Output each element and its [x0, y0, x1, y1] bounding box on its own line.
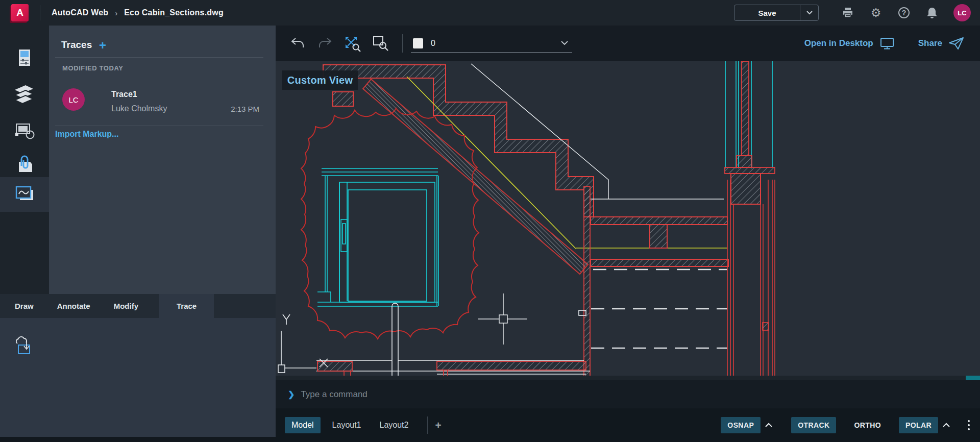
- tab-modify[interactable]: Modify: [102, 294, 150, 318]
- share-button[interactable]: Share: [918, 36, 965, 51]
- bell-icon[interactable]: [925, 6, 939, 19]
- ribbon-tool-area: [0, 318, 276, 437]
- add-trace-button[interactable]: +: [99, 38, 106, 53]
- canvas-scrollbar[interactable]: [276, 376, 980, 380]
- divider: [427, 416, 428, 434]
- blocks-icon[interactable]: [0, 114, 49, 148]
- undo-icon[interactable]: [289, 35, 306, 52]
- trace-author: Luke Cholmsky: [111, 104, 167, 113]
- left-icon-rail: [0, 26, 49, 294]
- divider: [55, 126, 263, 126]
- autocad-logo-icon[interactable]: A: [11, 4, 29, 21]
- user-avatar[interactable]: LC: [953, 4, 971, 21]
- desktop-monitor-icon: [879, 37, 895, 50]
- polar-flyout-button[interactable]: [942, 423, 950, 428]
- tab-model[interactable]: Model: [285, 417, 321, 433]
- layer-color-swatch: [413, 38, 423, 48]
- markup-import-icon: [13, 336, 36, 357]
- layer-value: 0: [431, 39, 561, 48]
- toggle-otrack[interactable]: OTRACK: [791, 417, 836, 433]
- view-name-badge[interactable]: Custom View: [282, 70, 358, 90]
- paper-plane-icon: [948, 36, 965, 51]
- right-wall: [725, 61, 775, 378]
- landing-structure: [579, 186, 728, 378]
- chevron-up-icon: [942, 423, 950, 428]
- ribbon-tab-bar: Draw Annotate Modify Trace: [0, 294, 276, 318]
- layer-dropdown[interactable]: 0: [411, 34, 572, 53]
- save-button[interactable]: Save: [734, 5, 800, 20]
- command-input[interactable]: Type a command: [301, 389, 367, 400]
- chevron-down-icon: [561, 41, 568, 45]
- traces-icon[interactable]: [0, 177, 49, 212]
- command-bar[interactable]: ❯ Type a command: [276, 380, 980, 408]
- attachments-icon[interactable]: [0, 148, 49, 181]
- divider: [55, 57, 263, 58]
- zoom-window-icon[interactable]: [372, 35, 389, 52]
- revision-cloud[interactable]: [301, 108, 479, 339]
- divider: [40, 5, 40, 20]
- tab-annotate[interactable]: Annotate: [45, 294, 102, 318]
- traces-panel: Traces + MODIFIED TODAY LC Trace1 Luke C…: [49, 26, 276, 294]
- panel-bottom-strip: [0, 437, 276, 442]
- tab-layout2[interactable]: Layout2: [373, 417, 415, 433]
- tab-draw[interactable]: Draw: [3, 294, 45, 318]
- breadcrumb-app[interactable]: AutoCAD Web: [52, 8, 108, 17]
- dwg-drawing: [276, 61, 980, 380]
- trace-avatar: LC: [62, 88, 85, 111]
- section-label: MODIFIED TODAY: [62, 64, 124, 72]
- breadcrumb-filename: Eco Cabin_Sections.dwg: [124, 8, 224, 17]
- toggle-ortho[interactable]: ORTHO: [847, 417, 888, 433]
- chevron-down-icon: [806, 11, 813, 15]
- chevron-up-icon: [765, 423, 773, 428]
- handrail-lines: [471, 64, 724, 199]
- crosshair-cursor: [478, 293, 527, 345]
- toggle-polar[interactable]: POLAR: [899, 417, 938, 433]
- breadcrumb-separator-icon: ›: [115, 9, 117, 17]
- import-markup-tool-button[interactable]: [13, 336, 36, 357]
- gear-icon[interactable]: ⚙: [869, 6, 883, 19]
- command-prompt-icon: ❯: [288, 389, 295, 399]
- drawing-canvas[interactable]: Custom View: [276, 61, 980, 380]
- door-frame: [317, 168, 438, 306]
- import-markup-link[interactable]: Import Markup...: [55, 130, 118, 139]
- print-icon[interactable]: [841, 6, 854, 19]
- status-overflow-menu[interactable]: [968, 420, 970, 430]
- trace-time: 2:13 PM: [231, 105, 259, 113]
- status-toggles: OSNAP OTRACK ORTHO POLAR: [721, 417, 970, 433]
- hidden-dashed-lines: [591, 269, 727, 348]
- add-layout-button[interactable]: +: [435, 419, 441, 431]
- layers-icon[interactable]: [0, 78, 49, 111]
- properties-icon[interactable]: [0, 41, 49, 75]
- save-dropdown-button[interactable]: [800, 5, 818, 20]
- divider: [402, 34, 403, 53]
- tab-trace[interactable]: Trace: [159, 294, 214, 318]
- trace-name: Trace1: [111, 90, 137, 99]
- topbar-actions: Save ⚙ ? LC: [734, 4, 980, 21]
- top-bar: A AutoCAD Web › Eco Cabin_Sections.dwg S…: [0, 0, 980, 26]
- autocad-web-app: A AutoCAD Web › Eco Cabin_Sections.dwg S…: [0, 0, 980, 442]
- canvas-toolbar: 0 Open in Desktop Share: [276, 26, 980, 61]
- save-split-button: Save: [734, 5, 819, 21]
- zoom-extents-icon[interactable]: [344, 35, 361, 52]
- floor-block: [333, 92, 353, 106]
- panel-title: Traces: [61, 39, 92, 51]
- toggle-osnap[interactable]: OSNAP: [721, 417, 761, 433]
- status-bar: Model Layout1 Layout2 + OSNAP OTRACK ORT…: [276, 408, 980, 442]
- open-in-desktop-button[interactable]: Open in Desktop: [804, 37, 895, 50]
- tab-layout1[interactable]: Layout1: [326, 417, 368, 433]
- osnap-flyout-button[interactable]: [765, 423, 773, 428]
- door-post: [392, 303, 398, 378]
- redo-icon[interactable]: [316, 35, 334, 52]
- help-icon[interactable]: ?: [897, 6, 911, 19]
